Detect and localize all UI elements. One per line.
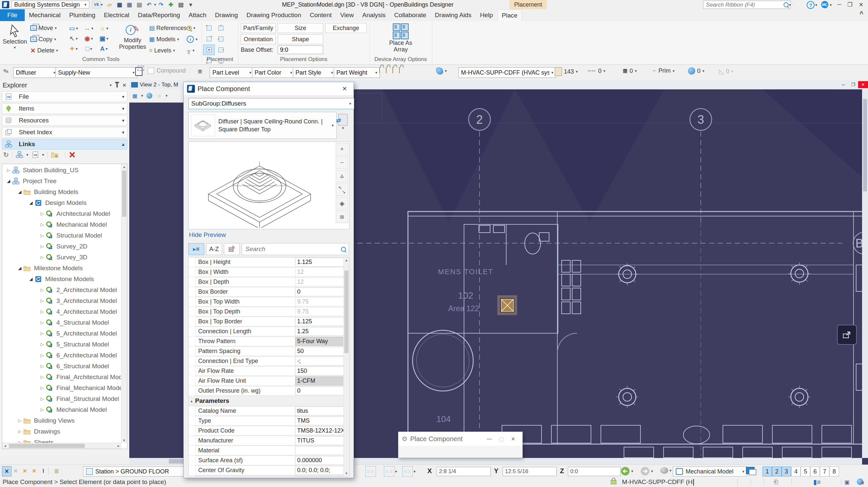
move-button[interactable]: Move▾ — [30, 23, 57, 33]
tab-content[interactable]: Content — [305, 9, 336, 21]
tab-electrical[interactable]: Electrical — [100, 9, 133, 21]
open-file-button[interactable]: ▱ — [104, 1, 115, 8]
property-section-parameters[interactable]: ▴Parameters — [189, 396, 349, 406]
active-line-style-combo[interactable]: ╌╌0▾ — [588, 67, 606, 74]
property-value-combo[interactable]: 0.000000 — [295, 456, 349, 465]
tool-close-icon[interactable]: ✕ — [507, 436, 519, 442]
tree-item-station-building-us[interactable]: ▷Station Building_US — [3, 165, 121, 176]
tree-item-structural-model[interactable]: ▷Structural Model — [3, 230, 121, 241]
tree-item-final-structural-model[interactable]: ▷Final_Structural Model — [3, 393, 121, 404]
tree-item-survey-3d[interactable]: ▷Survey_3D — [3, 252, 121, 263]
workflow-selector[interactable]: Building Systems Design ▾ — [11, 1, 89, 8]
expander-open-icon[interactable]: ◢ — [16, 189, 23, 194]
expander-closed-icon[interactable]: ▷ — [39, 255, 46, 260]
ribbon-search-input[interactable] — [705, 1, 783, 8]
hide-preview-link[interactable]: Hide Preview — [189, 231, 226, 239]
tree-item-3-architectural-model[interactable]: ▷3_Architectural Model — [3, 295, 121, 306]
app-icon[interactable] — [2, 1, 9, 8]
view-close-button[interactable]: ✕ — [858, 81, 868, 88]
snap-pin-icon[interactable]: ✕ — [2, 466, 11, 477]
view-groups-icon[interactable] — [746, 467, 754, 476]
expander-closed-icon[interactable]: ▷ — [39, 233, 46, 238]
compound-checkbox[interactable]: Compound — [148, 67, 186, 74]
badge-icon[interactable]: ▣ — [844, 479, 849, 486]
panel-menu-chevron-icon[interactable]: ▾ — [110, 83, 112, 87]
chevron-down-icon[interactable]: ▾ — [395, 469, 397, 474]
more-button[interactable]: ▾ — [186, 1, 195, 8]
component-selector[interactable]: Diffuser | Square Ceiling-Round Conn. | … — [188, 112, 337, 139]
expander-closed-icon[interactable]: ▷ — [39, 342, 46, 347]
z-coordinate-input[interactable] — [568, 467, 621, 476]
help-button[interactable]: ? — [807, 1, 814, 9]
delete-button[interactable]: ✕Delete▾ — [30, 45, 58, 55]
property-value-combo[interactable]: 1-CFM▾ — [295, 376, 349, 385]
lamp-button[interactable]: ☼▾ — [96, 23, 112, 33]
view-minimize-button[interactable]: ─ — [838, 81, 848, 88]
explorer-section-resources[interactable]: Resources▾ — [2, 115, 127, 126]
view-restore-button[interactable]: ❐ — [848, 81, 858, 88]
models-button[interactable]: ▦Models▾ — [149, 34, 179, 44]
part-color-combo[interactable]: Part Color▾ — [252, 67, 295, 78]
tab-mechanical[interactable]: Mechanical — [25, 9, 65, 21]
tooltip-toggle-icon[interactable]: ✕ — [21, 466, 29, 476]
link-set-button[interactable]: ▾ — [16, 151, 28, 158]
search-options-chevron-icon[interactable]: ▾ — [789, 3, 791, 7]
property-value-combo[interactable]: 9.75▾ — [295, 307, 349, 316]
part-family-button[interactable]: Part/Family — [241, 23, 276, 33]
tab-place[interactable]: Place — [497, 9, 522, 21]
file-type-icon[interactable]: V8 — [92, 1, 101, 8]
sort-az-button[interactable]: A-Z — [206, 243, 222, 255]
refresh-icon[interactable]: ↻ — [3, 151, 9, 159]
tree-item-drawings[interactable]: ▷Drawings — [3, 426, 121, 437]
tab-file[interactable]: File — [0, 9, 25, 21]
expander-closed-icon[interactable]: ▷ — [39, 364, 46, 369]
minimize-button[interactable]: ─ — [835, 0, 844, 9]
references-button[interactable]: ▤References▾ — [149, 23, 190, 33]
view-toggle-6[interactable]: 6 — [810, 466, 820, 477]
property-value-combo[interactable]: 0▾ — [295, 287, 349, 296]
view-toggle-7[interactable]: 7 — [820, 466, 829, 477]
expander-closed-icon[interactable]: ▷ — [5, 168, 12, 173]
property-value-combo[interactable]: TITUS▾ — [295, 436, 349, 445]
chevron-down-icon[interactable]: ▾ — [141, 93, 143, 98]
active-settings-icon[interactable]: ✎ — [2, 67, 10, 76]
tree-item-sheets[interactable]: ▷Sheets — [3, 437, 121, 443]
tab-drawing[interactable]: Drawing — [211, 9, 242, 21]
expander-closed-icon[interactable]: ▷ — [39, 385, 46, 390]
property-value-combo[interactable]: 12▾ — [295, 268, 349, 276]
tree-horizontal-scrollbar[interactable]: ◂ ▸ — [2, 443, 121, 449]
delete-link-icon[interactable] — [69, 151, 77, 158]
tab-drawing-aids[interactable]: Drawing Aids — [431, 9, 476, 21]
size-button[interactable]: Size — [278, 23, 323, 33]
tree-item-survey-2d[interactable]: ▷Survey_2D — [3, 241, 121, 252]
property-value-combo[interactable]: 50▾ — [295, 347, 349, 356]
tree-item-architectural-model[interactable]: ▷Architectural Model — [3, 208, 121, 219]
tab-drawing-production[interactable]: Drawing Production — [242, 9, 305, 21]
modify-properties-button[interactable]: i ✎ Modify Properties — [118, 24, 147, 50]
pin-button[interactable]: ✚ — [166, 1, 176, 8]
part-level-combo[interactable]: Part Level▾ — [210, 67, 254, 78]
x-coordinate-input[interactable] — [437, 467, 491, 476]
tree-item-6-architectural-model[interactable]: ▷6_Architectural Model — [3, 350, 121, 361]
shape-button[interactable]: Shape — [278, 34, 323, 44]
expander-closed-icon[interactable]: ▷ — [39, 287, 46, 292]
chevron-down-icon[interactable]: ▾ — [101, 2, 102, 7]
expander-closed-icon[interactable]: ▷ — [39, 309, 46, 314]
save-button[interactable]: ▦ — [115, 1, 124, 8]
measure-button[interactable]: ↔▾ — [81, 23, 96, 33]
copy-settings-icon[interactable] — [135, 67, 143, 76]
expander-closed-icon[interactable]: ▷ — [39, 222, 46, 227]
connector-button[interactable]: ╥▾ — [187, 45, 194, 55]
expander-closed-icon[interactable]: ▷ — [39, 374, 46, 379]
zoom-search-button[interactable]: ▾ — [187, 23, 195, 33]
display-layers-icon[interactable]: ≋ — [336, 211, 348, 223]
tab-help[interactable]: Help — [475, 9, 497, 21]
level-lock-icon[interactable] — [386, 67, 386, 73]
tree-item-5-architectural-model[interactable]: ▷5_Architectural Model — [3, 328, 121, 339]
tab-plumbing[interactable]: Plumbing — [65, 9, 100, 21]
expander-closed-icon[interactable]: ▷ — [39, 353, 46, 358]
tree-item-building-views[interactable]: ▷Building Views — [3, 415, 121, 426]
property-value-combo[interactable]: TMS8-12X12-12X▾ — [295, 426, 349, 435]
floor-selector[interactable]: Station > GROUND FLOOR — [83, 466, 190, 477]
ribbon-search[interactable] — [703, 1, 791, 9]
